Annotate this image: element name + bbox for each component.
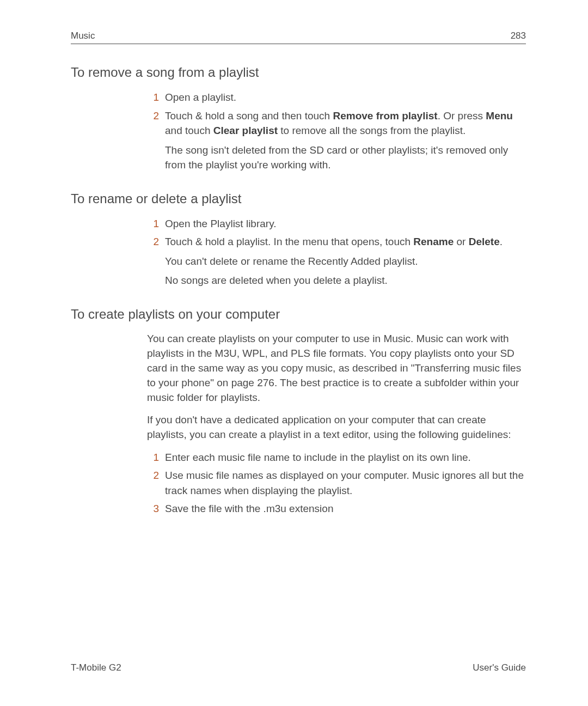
list-item: 1 Open a playlist. [147,90,526,105]
footer-left: T-Mobile G2 [71,662,121,673]
section-heading-remove-song: To remove a song from a playlist [71,65,526,80]
header-section-name: Music [71,31,95,41]
list-text: Use music file names as displayed on you… [165,468,526,498]
list-item: 2 Use music file names as displayed on y… [147,468,526,498]
page-footer: T-Mobile G2 User's Guide [71,662,526,673]
list-number: 3 [147,501,159,516]
page-number: 283 [511,31,526,41]
list-number: 1 [147,450,159,465]
list-number: 1 [147,90,159,105]
body-paragraph: If you don't have a dedicated applicatio… [147,413,526,442]
list-text: Open the Playlist library. [165,216,526,232]
list-item: 1 Enter each music file name to include … [147,450,526,465]
section-content-create-computer: You can create playlists on your compute… [147,332,526,516]
list-item: 3 Save the file with the .m3u extension [147,501,526,516]
section-heading-rename-delete: To rename or delete a playlist [71,191,526,206]
list-item: 1 Open the Playlist library. [147,216,526,232]
list-text: Open a playlist. [165,90,526,105]
list-text: Save the file with the .m3u extension [165,501,526,516]
body-paragraph: You can create playlists on your compute… [147,332,526,405]
section-content-rename-delete: 1 Open the Playlist library. 2 Touch & h… [147,216,526,288]
list-text: Touch & hold a song and then touch Remov… [165,108,526,138]
note-text: The song isn't deleted from the SD card … [165,143,526,173]
section-heading-create-computer: To create playlists on your computer [71,307,526,322]
list-item: 2 Touch & hold a song and then touch Rem… [147,108,526,138]
section-content-remove-song: 1 Open a playlist. 2 Touch & hold a song… [147,90,526,173]
list-text: Enter each music file name to include in… [165,450,526,465]
list-number: 2 [147,468,159,498]
list-number: 2 [147,108,159,138]
page-header: Music 283 [71,31,526,44]
footer-right: User's Guide [473,662,526,673]
list-item: 2 Touch & hold a playlist. In the menu t… [147,234,526,249]
list-text: Touch & hold a playlist. In the menu tha… [165,234,526,249]
list-number: 2 [147,234,159,249]
list-number: 1 [147,216,159,232]
note-text: You can't delete or rename the Recently … [165,254,526,269]
note-text: No songs are deleted when you delete a p… [165,273,526,288]
